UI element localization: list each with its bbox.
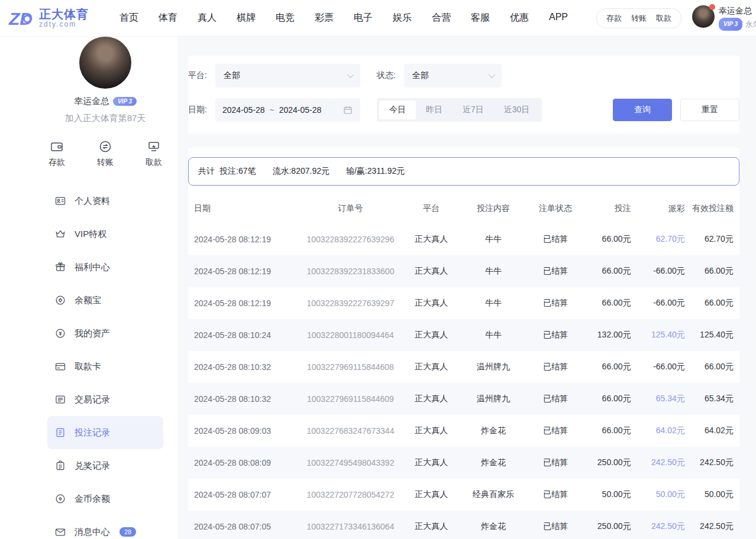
date-range-input[interactable]: 2024-05-28 ~ 2024-05-28	[215, 98, 360, 122]
notification-dot	[709, 4, 715, 10]
cell-bet-content: 牛牛	[458, 298, 529, 309]
reset-button[interactable]: 重置	[680, 99, 739, 121]
transfer-action[interactable]: 转账	[97, 139, 114, 168]
sidebar-item-welfare-center[interactable]: 福利中心	[47, 251, 163, 284]
status-select[interactable]: 全部	[404, 64, 502, 87]
cell-bet-content: 炸金花	[458, 521, 529, 532]
cell-valid-amount: 64.02元	[685, 426, 734, 436]
cell-date: 2024-05-28 08:10:24	[194, 330, 296, 340]
nav-item-lottery[interactable]: 彩票	[315, 12, 334, 24]
range-30days-button[interactable]: 近30日	[494, 100, 540, 119]
cell-valid-amount: 66.00元	[685, 298, 734, 309]
nav-item-promotions[interactable]: 优惠	[510, 12, 529, 24]
date-label: 日期:	[188, 105, 207, 115]
cell-status: 已结算	[528, 234, 582, 245]
cell-platform: 正大真人	[405, 298, 458, 309]
cell-bet-content: 经典百家乐	[458, 489, 529, 500]
user-avatar[interactable]	[692, 5, 715, 28]
cell-order-no: 1003228392227639297	[296, 298, 404, 308]
withdraw-link[interactable]: 取款	[656, 13, 671, 24]
nav-item-entertainment[interactable]: 娱乐	[393, 12, 412, 24]
nav-item-app[interactable]: APP	[549, 12, 568, 24]
cell-valid-amount: 125.40元	[685, 330, 734, 340]
cell-bet-amount: 50.00元	[583, 489, 631, 500]
nav-item-sports[interactable]: 体育	[159, 12, 177, 24]
range-today-button[interactable]: 今日	[379, 100, 416, 119]
table-row: 2024-05-28 08:12:19 1003228392227639297 …	[188, 287, 739, 319]
cell-bet-content: 温州牌九	[458, 362, 529, 372]
nav-item-esports[interactable]: 电竞	[276, 12, 295, 24]
cell-order-no: 1003227173346136064	[296, 522, 404, 531]
domain-note: 永久域名: zdty.c	[745, 19, 756, 30]
deposit-action[interactable]: 存款	[49, 139, 65, 168]
cell-valid-amount: 50.00元	[685, 489, 734, 500]
nav-item-joint-venture[interactable]: 合营	[432, 12, 451, 24]
cell-platform: 正大真人	[405, 521, 458, 532]
cell-order-no: 1003227683247673344	[296, 426, 404, 436]
transfer-icon	[98, 139, 112, 154]
cell-date: 2024-05-28 08:10:32	[194, 362, 296, 372]
table-row: 2024-05-28 08:08:09 1003227495498043392 …	[188, 447, 739, 479]
cell-platform: 正大真人	[405, 426, 458, 436]
redeem-icon	[54, 460, 66, 472]
range-7days-button[interactable]: 近7日	[453, 100, 494, 119]
withdraw-action[interactable]: 取款	[146, 139, 162, 168]
withdraw-icon	[147, 139, 161, 154]
sidebar-item-transaction-records[interactable]: 交易记录	[47, 383, 163, 416]
sidebar-item-coin-balance[interactable]: 金币余额	[47, 482, 163, 515]
cell-platform: 正大真人	[405, 362, 458, 372]
cell-status: 已结算	[528, 426, 582, 436]
assets-icon	[54, 327, 66, 339]
cell-order-no: 1003227207728054272	[296, 490, 404, 499]
nav-item-customer-service[interactable]: 客服	[471, 12, 490, 24]
crown-icon	[54, 228, 66, 240]
platform-select[interactable]: 全部	[215, 64, 360, 87]
cell-status: 已结算	[528, 362, 582, 372]
cell-bet-amount: 66.00元	[583, 234, 631, 245]
nav-item-chess-cards[interactable]: 棋牌	[237, 12, 256, 24]
page: ZD 正大体育 zdty.com 首页 体育 真人 棋牌 电竞 彩票 电子 娱乐…	[0, 0, 756, 539]
sidebar-item-bet-records[interactable]: 投注记录	[47, 416, 163, 449]
main-content: 平台: 全部 状态: 全部 日期: 2024-05-28	[177, 37, 756, 539]
platform-label: 平台:	[188, 70, 207, 81]
cell-bet-amount: 66.00元	[583, 362, 631, 372]
profile-joined: 加入正大体育第87天	[47, 113, 163, 124]
sidebar: 幸运金总 VIP 3 加入正大体育第87天 存款	[0, 37, 177, 539]
cell-status: 已结算	[528, 489, 582, 500]
deposit-link[interactable]: 存款	[606, 13, 622, 24]
cell-order-no: 1003227969115844609	[296, 394, 404, 404]
cell-valid-amount: 66.00元	[685, 362, 734, 372]
brand-logo-icon: ZD	[8, 7, 35, 30]
user-box[interactable]: 幸运金总 总资 VIP 3 永久域名: zdty.c	[692, 5, 756, 31]
transfer-link[interactable]: 转账	[631, 13, 647, 24]
nav-item-home[interactable]: 首页	[119, 12, 138, 24]
cell-valid-amount: 66.00元	[685, 266, 734, 277]
sidebar-item-my-assets[interactable]: 我的资产	[47, 317, 163, 350]
brand-logo[interactable]: ZD 正大体育 zdty.com	[8, 7, 89, 30]
nav-item-live-casino[interactable]: 真人	[198, 12, 217, 24]
cell-date: 2024-05-28 08:07:07	[194, 490, 296, 499]
summary-bar: 共计 投注:67笔 流水:8207.92元 输/赢:2311.92元	[188, 157, 739, 186]
cell-bet-amount: 132.00元	[583, 330, 631, 340]
sidebar-item-withdrawal-card[interactable]: 取款卡	[47, 350, 163, 383]
cell-valid-amount: 242.50元	[685, 521, 734, 532]
query-button[interactable]: 查询	[613, 99, 672, 121]
cell-bet-amount: 66.00元	[583, 266, 631, 277]
range-yesterday-button[interactable]: 昨日	[416, 100, 453, 119]
date-quick-ranges: 今日 昨日 近7日 近30日	[377, 98, 542, 122]
sidebar-item-message-center[interactable]: 消息中心 28	[47, 515, 163, 539]
vip-badge: VIP 3	[719, 18, 742, 31]
nav-item-slots[interactable]: 电子	[354, 12, 373, 24]
profile-avatar	[79, 37, 131, 89]
id-card-icon	[54, 195, 66, 207]
cell-bet-amount: 66.00元	[583, 298, 631, 309]
coin-icon	[54, 493, 66, 505]
sidebar-item-vip[interactable]: VIP特权	[47, 217, 163, 251]
table-row: 2024-05-28 08:12:19 1003228392227639296 …	[188, 223, 739, 255]
sidebar-item-redeem-records[interactable]: 兑奖记录	[47, 449, 163, 482]
sidebar-item-yuebao[interactable]: 余额宝	[47, 284, 163, 317]
sidebar-item-profile[interactable]: 个人资料	[47, 184, 163, 217]
cell-bet-amount: 66.00元	[583, 394, 631, 404]
cell-bet-amount: 250.00元	[583, 457, 631, 468]
cell-platform: 正大真人	[405, 330, 458, 340]
